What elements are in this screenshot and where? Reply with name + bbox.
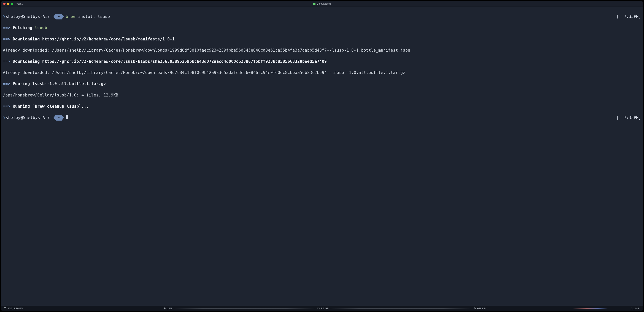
tab-shortcut-label: ⌥⌘1	[16, 2, 23, 5]
clock-text: 3/16, 7:36 PM	[8, 307, 23, 310]
step-arrow-icon: ==>	[3, 59, 10, 64]
net-up-widget[interactable]: 3.1 MB↑	[631, 307, 640, 310]
terminal-window: ⌥⌘1 Default (zsh) ❯shelby@Shelbys-Air ~b…	[1, 1, 643, 311]
ram-graph	[331, 307, 471, 310]
prompt-line-2: ❯shelby@Shelbys-Air ~[ 7:35PM]	[3, 115, 641, 120]
minimize-button[interactable]	[7, 3, 10, 5]
ram-text: 7.7 GB	[321, 307, 328, 310]
command-args: install lsusb	[76, 14, 110, 20]
output-line: ==> Fetching lsusb	[3, 25, 641, 30]
package-name: lsusb	[35, 26, 47, 30]
net-down-text: 638 kB↓	[477, 307, 486, 310]
cpu-graph	[174, 307, 315, 310]
svg-rect-6	[475, 308, 476, 309]
svg-rect-5	[474, 308, 474, 309]
prompt-time: [ 7:35PM]	[617, 14, 641, 20]
step-arrow-icon: ==>	[3, 104, 10, 108]
svg-rect-3	[318, 308, 320, 309]
command-executable: brew	[66, 14, 76, 20]
cpu-icon	[163, 307, 166, 310]
svg-rect-4	[474, 308, 475, 308]
step-arrow-icon: ==>	[3, 37, 10, 42]
output-line: ==> Running `brew cleanup lsusb`...	[3, 104, 641, 109]
net-down-widget[interactable]: 638 kB↓	[473, 307, 486, 310]
window-title-text: Default (zsh)	[316, 2, 331, 5]
prompt-arrow-icon: ❯	[3, 115, 6, 120]
output-line: ==> Pouring lsusb--1.0.all.bottle.1.tar.…	[3, 81, 641, 87]
network-icon	[473, 307, 476, 310]
close-button[interactable]	[3, 3, 6, 5]
output-text: Running `brew cleanup lsusb`...	[10, 104, 89, 108]
output-text: Fetching	[10, 26, 35, 30]
cpu-text: 19%	[167, 307, 172, 310]
step-arrow-icon: ==>	[3, 82, 10, 86]
prompt-time: [ 7:35PM]	[617, 115, 641, 120]
net-up-text: 3.1 MB↑	[631, 307, 640, 310]
net-graph	[488, 307, 629, 310]
prompt-line-1: ❯shelby@Shelbys-Air ~brew install lsusb[…	[3, 14, 641, 20]
cpu-widget[interactable]: 19%	[163, 307, 172, 310]
output-line: Already downloaded: /Users/shelby/Librar…	[3, 48, 641, 53]
terminal-icon	[313, 3, 316, 5]
output-line: /opt/homebrew/Cellar/lsusb/1.0: 4 files,…	[3, 92, 641, 98]
output-line: ==> Downloading https://ghcr.io/v2/homeb…	[3, 59, 641, 64]
output-text: Downloading https://ghcr.io/v2/homebrew/…	[10, 37, 175, 42]
window-title: Default (zsh)	[313, 2, 331, 5]
prompt-dir-badge: ~	[56, 14, 62, 20]
output-text: Downloading https://ghcr.io/v2/homebrew/…	[10, 59, 327, 64]
cursor[interactable]	[66, 115, 68, 119]
output-line: Already downloaded: /Users/shelby/Librar…	[3, 70, 641, 76]
output-line: ==> Downloading https://ghcr.io/v2/homeb…	[3, 36, 641, 42]
zoom-button[interactable]	[11, 3, 13, 5]
svg-rect-2	[164, 308, 165, 309]
prompt-dir-badge: ~	[56, 115, 62, 120]
prompt-user: shelby@Shelbys-Air	[6, 14, 50, 20]
step-arrow-icon: ==>	[3, 26, 10, 30]
clock-widget[interactable]: 3/16, 7:36 PM	[4, 307, 23, 310]
ram-widget[interactable]: 7.7 GB	[317, 307, 328, 310]
prompt-arrow-icon: ❯	[3, 14, 6, 20]
terminal-output-area[interactable]: ❯shelby@Shelbys-Air ~brew install lsusb[…	[1, 7, 643, 306]
prompt-user: shelby@Shelbys-Air	[6, 115, 50, 120]
ram-icon	[317, 307, 320, 310]
clock-icon	[4, 307, 6, 310]
traffic-lights	[3, 3, 13, 5]
titlebar[interactable]: ⌥⌘1 Default (zsh)	[1, 1, 643, 7]
status-bar: 3/16, 7:36 PM 19% 7.7 GB 638 kB↓ 3.1 MB↑	[1, 306, 643, 311]
output-text: Pouring lsusb--1.0.all.bottle.1.tar.gz	[10, 82, 106, 86]
